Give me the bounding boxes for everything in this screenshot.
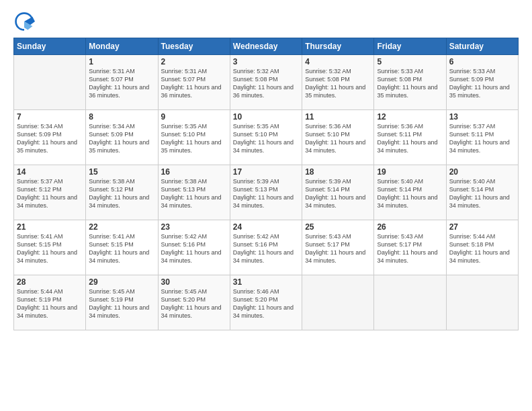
calendar-cell: 5Sunrise: 5:33 AMSunset: 5:08 PMDaylight… [374, 55, 446, 110]
day-info: Sunrise: 5:35 AMSunset: 5:10 PMDaylight:… [161, 122, 227, 155]
day-number: 22 [89, 222, 154, 232]
calendar-header-row: SundayMondayTuesdayWednesdayThursdayFrid… [14, 38, 519, 55]
calendar-cell: 14Sunrise: 5:37 AMSunset: 5:12 PMDayligh… [14, 165, 86, 220]
day-info: Sunrise: 5:40 AMSunset: 5:14 PMDaylight:… [449, 177, 515, 210]
day-info: Sunrise: 5:34 AMSunset: 5:09 PMDaylight:… [89, 122, 154, 155]
day-number: 11 [305, 112, 371, 122]
day-number: 8 [89, 112, 154, 122]
calendar-cell: 6Sunrise: 5:33 AMSunset: 5:09 PMDaylight… [446, 55, 518, 110]
day-info: Sunrise: 5:32 AMSunset: 5:08 PMDaylight:… [305, 67, 371, 100]
calendar-table: SundayMondayTuesdayWednesdayThursdayFrid… [13, 38, 519, 330]
day-info: Sunrise: 5:33 AMSunset: 5:08 PMDaylight:… [377, 67, 443, 100]
calendar-cell: 11Sunrise: 5:36 AMSunset: 5:10 PMDayligh… [302, 110, 374, 165]
calendar-cell: 18Sunrise: 5:39 AMSunset: 5:14 PMDayligh… [302, 165, 374, 220]
calendar-cell: 25Sunrise: 5:43 AMSunset: 5:17 PMDayligh… [302, 220, 374, 275]
calendar-cell: 13Sunrise: 5:37 AMSunset: 5:11 PMDayligh… [446, 110, 518, 165]
calendar-cell: 20Sunrise: 5:40 AMSunset: 5:14 PMDayligh… [446, 165, 518, 220]
day-info: Sunrise: 5:38 AMSunset: 5:12 PMDaylight:… [89, 177, 154, 210]
day-number: 31 [233, 277, 299, 287]
day-info: Sunrise: 5:32 AMSunset: 5:08 PMDaylight:… [233, 67, 299, 100]
day-number: 12 [377, 112, 443, 122]
day-number: 3 [233, 57, 299, 66]
calendar-header-monday: Monday [86, 38, 158, 55]
calendar-cell: 7Sunrise: 5:34 AMSunset: 5:09 PMDaylight… [14, 110, 86, 165]
calendar-cell: 26Sunrise: 5:43 AMSunset: 5:17 PMDayligh… [374, 220, 446, 275]
header [13, 11, 519, 32]
day-number: 9 [161, 112, 227, 122]
calendar-header-thursday: Thursday [302, 38, 374, 55]
day-info: Sunrise: 5:36 AMSunset: 5:10 PMDaylight:… [305, 122, 371, 155]
calendar-header-tuesday: Tuesday [158, 38, 230, 55]
day-number: 14 [17, 167, 83, 177]
logo-icon [13, 11, 35, 32]
calendar-cell [302, 275, 374, 330]
calendar-cell: 27Sunrise: 5:44 AMSunset: 5:18 PMDayligh… [446, 220, 518, 275]
day-number: 15 [89, 167, 154, 177]
day-info: Sunrise: 5:43 AMSunset: 5:17 PMDaylight:… [305, 232, 371, 265]
day-info: Sunrise: 5:45 AMSunset: 5:19 PMDaylight:… [89, 287, 154, 320]
day-info: Sunrise: 5:37 AMSunset: 5:11 PMDaylight:… [449, 122, 515, 155]
day-number: 2 [161, 57, 227, 66]
day-info: Sunrise: 5:39 AMSunset: 5:14 PMDaylight:… [305, 177, 371, 210]
calendar-cell [14, 55, 86, 110]
day-number: 17 [233, 167, 299, 177]
day-number: 23 [161, 222, 227, 232]
day-info: Sunrise: 5:41 AMSunset: 5:15 PMDaylight:… [17, 232, 83, 265]
calendar-header-friday: Friday [374, 38, 446, 55]
calendar-cell: 8Sunrise: 5:34 AMSunset: 5:09 PMDaylight… [86, 110, 158, 165]
calendar-week-4: 28Sunrise: 5:44 AMSunset: 5:19 PMDayligh… [14, 275, 519, 330]
day-number: 24 [233, 222, 299, 232]
day-info: Sunrise: 5:31 AMSunset: 5:07 PMDaylight:… [89, 67, 154, 100]
day-info: Sunrise: 5:40 AMSunset: 5:14 PMDaylight:… [377, 177, 443, 210]
day-number: 30 [161, 277, 227, 287]
calendar-cell: 4Sunrise: 5:32 AMSunset: 5:08 PMDaylight… [302, 55, 374, 110]
day-info: Sunrise: 5:46 AMSunset: 5:20 PMDaylight:… [233, 287, 299, 320]
calendar-cell [374, 275, 446, 330]
day-number: 25 [305, 222, 371, 232]
day-info: Sunrise: 5:33 AMSunset: 5:09 PMDaylight:… [449, 67, 515, 100]
calendar-cell: 15Sunrise: 5:38 AMSunset: 5:12 PMDayligh… [86, 165, 158, 220]
day-info: Sunrise: 5:31 AMSunset: 5:07 PMDaylight:… [161, 67, 227, 100]
day-number: 13 [449, 112, 515, 122]
day-number: 21 [17, 222, 83, 232]
calendar-cell: 19Sunrise: 5:40 AMSunset: 5:14 PMDayligh… [374, 165, 446, 220]
day-number: 16 [161, 167, 227, 177]
day-info: Sunrise: 5:39 AMSunset: 5:13 PMDaylight:… [233, 177, 299, 210]
calendar-week-0: 1Sunrise: 5:31 AMSunset: 5:07 PMDaylight… [14, 55, 519, 110]
day-info: Sunrise: 5:44 AMSunset: 5:19 PMDaylight:… [17, 287, 83, 320]
calendar-cell: 1Sunrise: 5:31 AMSunset: 5:07 PMDaylight… [86, 55, 158, 110]
day-number: 7 [17, 112, 83, 122]
day-number: 28 [17, 277, 83, 287]
calendar-cell: 28Sunrise: 5:44 AMSunset: 5:19 PMDayligh… [14, 275, 86, 330]
calendar-cell: 23Sunrise: 5:42 AMSunset: 5:16 PMDayligh… [158, 220, 230, 275]
day-number: 5 [377, 57, 443, 66]
day-number: 10 [233, 112, 299, 122]
calendar-header-wednesday: Wednesday [230, 38, 302, 55]
calendar-cell: 10Sunrise: 5:35 AMSunset: 5:10 PMDayligh… [230, 110, 302, 165]
page: SundayMondayTuesdayWednesdayThursdayFrid… [0, 0, 532, 411]
day-number: 26 [377, 222, 443, 232]
calendar-header-saturday: Saturday [446, 38, 518, 55]
day-info: Sunrise: 5:44 AMSunset: 5:18 PMDaylight:… [449, 232, 515, 265]
calendar-week-3: 21Sunrise: 5:41 AMSunset: 5:15 PMDayligh… [14, 220, 519, 275]
calendar-cell: 9Sunrise: 5:35 AMSunset: 5:10 PMDaylight… [158, 110, 230, 165]
calendar-cell: 16Sunrise: 5:38 AMSunset: 5:13 PMDayligh… [158, 165, 230, 220]
calendar-header-sunday: Sunday [14, 38, 86, 55]
day-info: Sunrise: 5:37 AMSunset: 5:12 PMDaylight:… [17, 177, 83, 210]
day-number: 6 [449, 57, 515, 66]
day-info: Sunrise: 5:45 AMSunset: 5:20 PMDaylight:… [161, 287, 227, 320]
day-number: 19 [377, 167, 443, 177]
calendar-cell: 29Sunrise: 5:45 AMSunset: 5:19 PMDayligh… [86, 275, 158, 330]
calendar-week-1: 7Sunrise: 5:34 AMSunset: 5:09 PMDaylight… [14, 110, 519, 165]
calendar-cell [446, 275, 518, 330]
calendar-cell: 31Sunrise: 5:46 AMSunset: 5:20 PMDayligh… [230, 275, 302, 330]
day-info: Sunrise: 5:38 AMSunset: 5:13 PMDaylight:… [161, 177, 227, 210]
day-number: 29 [89, 277, 154, 287]
day-info: Sunrise: 5:41 AMSunset: 5:15 PMDaylight:… [89, 232, 154, 265]
day-number: 20 [449, 167, 515, 177]
day-number: 18 [305, 167, 371, 177]
day-info: Sunrise: 5:42 AMSunset: 5:16 PMDaylight:… [233, 232, 299, 265]
day-number: 4 [305, 57, 371, 66]
day-info: Sunrise: 5:43 AMSunset: 5:17 PMDaylight:… [377, 232, 443, 265]
day-info: Sunrise: 5:42 AMSunset: 5:16 PMDaylight:… [161, 232, 227, 265]
